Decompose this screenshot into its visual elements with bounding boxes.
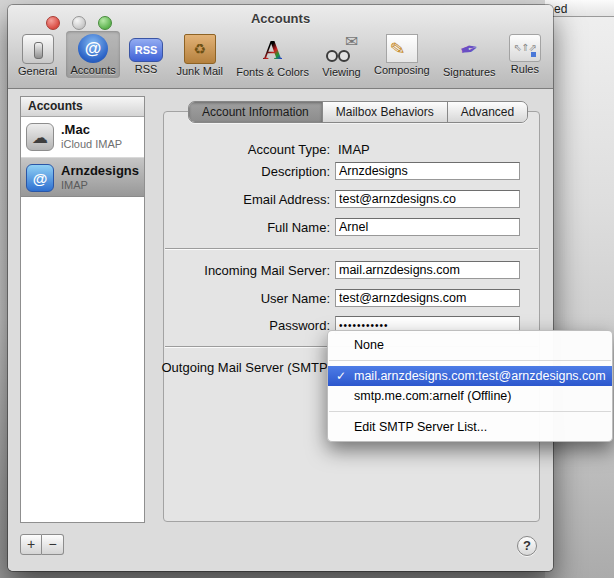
toolbar-item-junk-mail[interactable]: ♻ Junk Mail: [172, 31, 226, 79]
menu-separator: [329, 411, 611, 412]
account-type-value: IMAP: [338, 142, 370, 157]
rss-icon: RSS: [129, 38, 163, 62]
accounts-sidebar: Accounts ☁ .Mac iCloud IMAP @ Arnzdesign…: [20, 96, 145, 523]
toolbar-item-rss[interactable]: RSS RSS: [125, 31, 167, 77]
toolbar-item-accounts[interactable]: @ Accounts: [66, 31, 119, 78]
toolbar-item-general[interactable]: General: [14, 31, 61, 79]
accounts-list: ☁ .Mac iCloud IMAP @ Arnzdesigns IMAP: [21, 117, 144, 197]
form-divider: [165, 248, 538, 249]
outgoing-server-label: Outgoing Mail Server (SMTP): [112, 360, 332, 375]
remove-account-button[interactable]: −: [42, 534, 64, 555]
incoming-server-label: Incoming Mail Server:: [110, 263, 330, 278]
tab-bar: Account InformationMailbox BehaviorsAdva…: [188, 101, 528, 123]
tab-mailbox-behaviors[interactable]: Mailbox Behaviors: [323, 102, 448, 122]
background-window: ed: [545, 0, 614, 578]
email-address-field[interactable]: [335, 190, 520, 208]
incoming-server-field[interactable]: [335, 261, 520, 279]
preferences-toolbar: General @ Accounts RSS RSS ♻ Junk Mail A…: [14, 31, 545, 87]
user-name-field[interactable]: [335, 289, 520, 307]
junk-mail-icon: ♻: [184, 34, 216, 64]
user-name-label: User Name:: [110, 291, 330, 306]
toolbar-item-fonts-colors[interactable]: A Fonts & Colors: [232, 31, 313, 80]
window-title: Accounts: [8, 11, 553, 26]
sidebar-header: Accounts: [21, 97, 144, 117]
tab-advanced[interactable]: Advanced: [448, 102, 527, 122]
background-window-title-fragment: ed: [554, 2, 567, 16]
checkmark-icon: ✓: [336, 366, 352, 386]
description-label: Description:: [110, 164, 330, 179]
toolbar-item-viewing[interactable]: ✉ Viewing: [318, 31, 364, 80]
menu-item-none[interactable]: None: [328, 335, 612, 355]
composing-icon: ✎: [386, 34, 418, 63]
viewing-icon: ✉: [324, 34, 358, 65]
mail-preferences-window: Accounts General @ Accounts RSS RSS ♻ Ju…: [8, 5, 553, 571]
account-type-label: Account Type:: [110, 142, 330, 157]
description-field[interactable]: [335, 162, 520, 180]
full-name-field[interactable]: [335, 218, 520, 236]
toolbar-item-signatures[interactable]: ✒ Signatures: [439, 31, 500, 80]
help-button[interactable]: ?: [517, 536, 537, 556]
fonts-colors-icon: A: [258, 34, 288, 65]
smtp-server-menu: None ✓ mail.arnzdesigns.com:test@arnzdes…: [327, 330, 613, 442]
menu-item-mail-arnzdesigns-com-test-arnzdesigns-com[interactable]: ✓ mail.arnzdesigns.com:test@arnzdesigns.…: [328, 366, 612, 386]
menu-separator: [329, 360, 611, 361]
tab-account-information[interactable]: Account Information: [189, 102, 323, 122]
account-add-remove-group: + −: [20, 534, 64, 555]
cloud-icon: ☁: [26, 123, 54, 151]
menu-item-edit-smtp-server-list[interactable]: Edit SMTP Server List...: [328, 417, 612, 437]
signatures-icon: ✒: [454, 34, 484, 65]
desktop-background: ed Accounts General @ Accounts RSS RSS ♻…: [0, 0, 614, 578]
background-window-titlebar: ed: [545, 0, 614, 17]
toolbar-item-composing[interactable]: ✎ Composing: [370, 31, 434, 78]
general-icon: [22, 34, 54, 64]
rules-icon: ⇖⇑⇗: [509, 34, 541, 62]
at-icon: @: [26, 164, 54, 192]
password-label: Password:: [110, 318, 330, 333]
toolbar-item-rules[interactable]: ⇖⇑⇗ Rules: [505, 31, 545, 77]
email-address-label: Email Address:: [110, 192, 330, 207]
menu-item-smtp-me-com-arnelf-offline[interactable]: smtp.me.com:arnelf (Offline): [328, 386, 612, 406]
accounts-icon: @: [78, 34, 108, 63]
add-account-button[interactable]: +: [20, 534, 42, 555]
full-name-label: Full Name:: [110, 220, 330, 235]
